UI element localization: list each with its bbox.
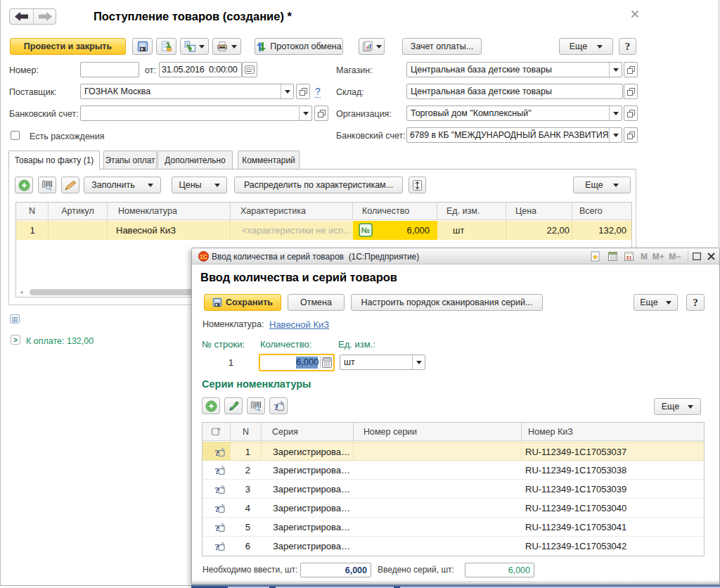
svg-text:№: №: [361, 226, 370, 234]
svg-text:31: 31: [626, 255, 631, 261]
svg-text:?: ?: [214, 466, 219, 476]
svg-text:?: ?: [274, 401, 278, 411]
svg-text:?: ?: [214, 523, 219, 533]
svg-text:1C: 1C: [200, 253, 207, 260]
svg-text:?: ?: [214, 485, 219, 495]
svg-text:?: ?: [214, 542, 219, 552]
svg-text:?: ?: [214, 504, 219, 514]
svg-text:?: ?: [214, 447, 219, 458]
